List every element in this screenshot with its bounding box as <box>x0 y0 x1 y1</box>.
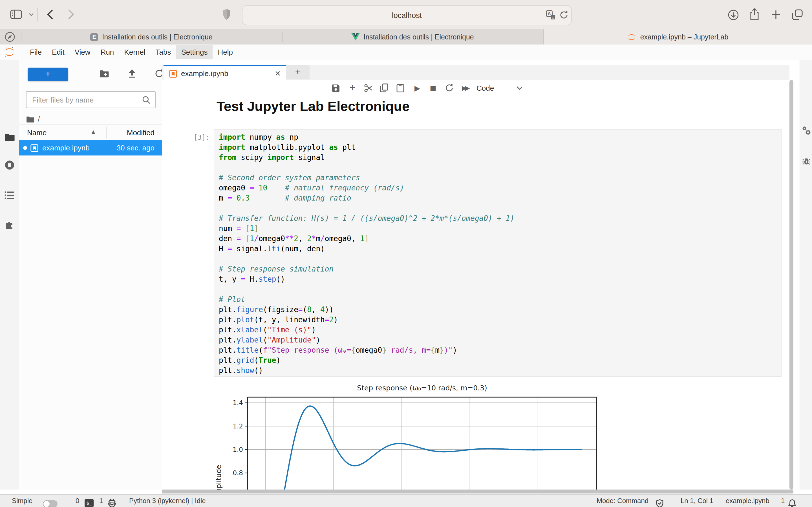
terminals-count[interactable]: 0 <box>75 495 79 507</box>
code-line-24[interactable]: plt.show() <box>219 365 781 376</box>
new-notebook-tab-button[interactable]: + <box>286 65 310 79</box>
browser-tab-1[interactable]: E Installation des outils | Electronique <box>21 29 282 45</box>
file-row-selected[interactable]: example.ipynb 30 sec. ago <box>19 140 162 156</box>
cursor-position[interactable]: Ln 1, Col 1 <box>680 495 713 507</box>
new-tab-icon[interactable] <box>771 10 781 20</box>
menu-item-tabs[interactable]: Tabs <box>151 45 176 59</box>
simple-mode-label: Simple <box>12 495 33 507</box>
compass-icon[interactable] <box>4 32 15 42</box>
code-line-20[interactable]: plt.xlabel("Time (s)") <box>219 325 781 335</box>
code-line-7[interactable]: m = 0.3 # damping ratio <box>219 193 781 203</box>
browser-tab-3-active[interactable]: example.ipynb – JupyterLab <box>544 29 812 45</box>
code-line-3[interactable]: from scipy import signal <box>219 153 781 163</box>
trust-shield-icon[interactable] <box>656 497 664 507</box>
menu-item-run[interactable]: Run <box>96 45 119 59</box>
tab-group-chevron-icon[interactable] <box>29 13 34 16</box>
menu-item-edit[interactable]: Edit <box>47 45 70 59</box>
cpu-kernel-icon[interactable] <box>108 497 116 507</box>
vertical-scrollbar[interactable] <box>790 80 794 490</box>
share-icon[interactable] <box>749 8 760 21</box>
cell-type-select[interactable]: Code <box>476 80 494 96</box>
cut-cells-icon[interactable] <box>361 80 375 96</box>
menu-item-kernel[interactable]: Kernel <box>119 45 150 59</box>
menu-item-help[interactable]: Help <box>213 45 238 59</box>
downloads-icon[interactable] <box>728 10 739 20</box>
notebook-content[interactable]: Test Jupyter Lab Electronique [3]: impor… <box>162 96 790 490</box>
notifications-count[interactable]: 1 <box>781 495 784 507</box>
running-kernels-icon[interactable] <box>0 156 19 175</box>
sidebar-toggle-icon[interactable] <box>10 10 22 19</box>
code-cell[interactable]: import numpy as npimport matplotlib.pypl… <box>214 129 781 377</box>
translate-icon[interactable]: Ax <box>546 10 555 20</box>
statusbar-filename[interactable]: example.ipynb <box>726 495 769 507</box>
code-line-8[interactable] <box>219 203 781 214</box>
new-launcher-button[interactable]: + <box>28 68 68 81</box>
run-cell-icon[interactable]: ▶ <box>410 80 424 96</box>
code-line-9[interactable]: # Transfer function: H(s) = 1 / ((s/omeg… <box>219 214 781 224</box>
code-line-15[interactable]: t, y = H.step() <box>219 274 781 284</box>
save-icon[interactable] <box>329 80 342 96</box>
kernels-count[interactable]: 1 <box>99 495 103 507</box>
new-folder-icon[interactable] <box>99 70 109 78</box>
property-inspector-icon[interactable] <box>800 126 812 136</box>
jupyterlab-menubar: FileEditViewRunKernelTabsSettingsHelp <box>0 45 812 60</box>
svg-text:1.2: 1.2 <box>233 422 243 430</box>
code-line-23[interactable]: plt.grid(True) <box>219 355 781 365</box>
close-icon[interactable]: ✕ <box>274 69 281 78</box>
privacy-shield-icon[interactable] <box>223 8 231 20</box>
extension-manager-icon[interactable] <box>0 215 19 234</box>
restart-run-all-icon[interactable]: ▶▶ <box>458 80 472 96</box>
code-line-16[interactable] <box>219 284 781 295</box>
mode-indicator[interactable]: Mode: Command <box>597 495 649 507</box>
stop-kernel-icon[interactable]: ■ <box>426 80 440 96</box>
debugger-bug-icon[interactable] <box>800 157 812 166</box>
forward-icon[interactable] <box>68 9 74 20</box>
menu-item-view[interactable]: View <box>70 45 96 59</box>
code-line-17[interactable]: # Plot <box>219 295 781 305</box>
column-modified[interactable]: Modified <box>127 128 154 137</box>
code-line-6[interactable]: omega0 = 10 # natural frequency (rad/s) <box>219 183 781 193</box>
browser-tabstrip: E Installation des outils | Electronique… <box>0 29 812 45</box>
code-line-18[interactable]: plt.figure(figsize=(8, 4)) <box>219 305 781 315</box>
tab-overview-icon[interactable] <box>792 9 803 20</box>
file-browser-icon[interactable] <box>0 127 19 147</box>
url-text: localhost <box>392 11 422 19</box>
code-line-22[interactable]: plt.title(f"Step response (ω₀={omega0} r… <box>219 345 781 355</box>
code-line-19[interactable]: plt.plot(t, y, linewidth=2) <box>219 315 781 325</box>
code-line-11[interactable]: den = [1/omega0**2, 2*m/omega0, 1] <box>219 234 781 244</box>
table-of-contents-icon[interactable] <box>0 185 19 205</box>
horizontal-scrollbar[interactable] <box>162 490 794 494</box>
chevron-down-icon[interactable] <box>513 80 526 96</box>
menu-item-file[interactable]: File <box>25 45 47 59</box>
code-line-13[interactable] <box>219 254 781 264</box>
kernel-status-text[interactable]: Python 3 (ipykernel) | Idle <box>129 495 206 507</box>
bell-icon[interactable] <box>788 497 796 507</box>
column-name[interactable]: Name <box>27 128 47 137</box>
restart-kernel-icon[interactable] <box>443 80 456 96</box>
menu-item-settings[interactable]: Settings <box>176 45 213 59</box>
url-bar[interactable]: localhost Ax <box>242 5 572 25</box>
code-line-21[interactable]: plt.ylabel("Amplitude") <box>219 335 781 345</box>
terminal-icon[interactable]: $_ <box>85 497 94 507</box>
doc-tab-example-ipynb[interactable]: example.ipynb ✕ <box>163 65 286 81</box>
code-line-14[interactable]: # Step response simulation <box>219 264 781 274</box>
simple-mode-toggle[interactable] <box>43 497 57 507</box>
file-list-header[interactable]: Name ▲ Modified <box>19 124 162 141</box>
back-icon[interactable] <box>47 9 54 20</box>
add-cell-icon[interactable]: + <box>346 80 359 96</box>
filter-files-input[interactable]: Filter files by name <box>26 91 156 108</box>
reload-icon[interactable] <box>559 10 568 20</box>
copy-cells-icon[interactable] <box>377 80 391 96</box>
code-line-10[interactable]: num = [1] <box>219 224 781 234</box>
code-line-1[interactable]: import numpy as np <box>219 132 781 143</box>
browser-tab-2[interactable]: Installation des outils | Electronique <box>283 29 543 45</box>
svg-text:A: A <box>548 11 551 16</box>
cell-prompt: [3]: <box>181 133 210 142</box>
code-line-2[interactable]: import matplotlib.pyplot as plt <box>219 143 781 153</box>
paste-cells-icon[interactable] <box>394 80 407 96</box>
code-line-12[interactable]: H = signal.lti(num, den) <box>219 244 781 254</box>
breadcrumb[interactable]: / <box>26 115 40 123</box>
code-line-4[interactable] <box>219 163 781 173</box>
upload-icon[interactable] <box>128 69 137 78</box>
code-line-5[interactable]: # Second order system parameters <box>219 173 781 183</box>
